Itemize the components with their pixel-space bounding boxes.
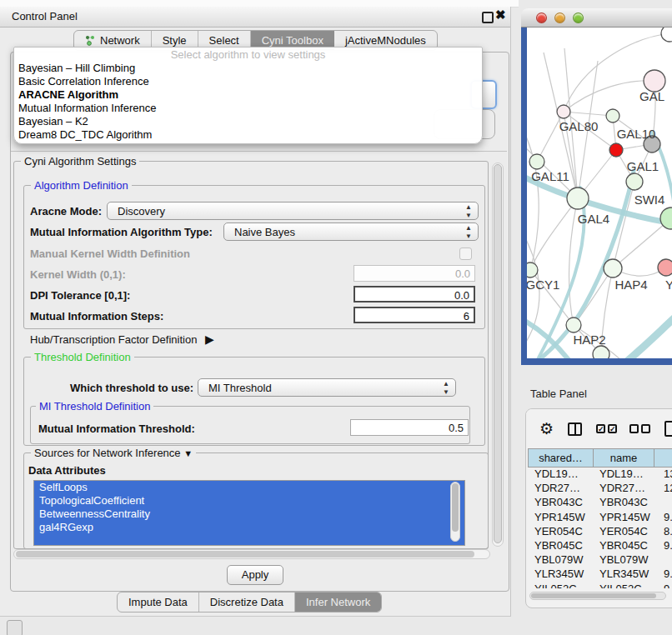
attribute-item[interactable]: BetweennessCentrality	[34, 508, 464, 521]
kernel-width-field[interactable]: 0.0	[354, 265, 475, 282]
tab-discretize-data[interactable]: Discretize Data	[199, 592, 295, 612]
node-label: GCY1	[527, 278, 559, 292]
algorithm-option[interactable]: Bayesian – Hill Climbing	[14, 62, 482, 75]
collapsed-panel-button[interactable]	[7, 620, 23, 635]
network-node-gal10[interactable]	[606, 109, 619, 122]
network-node-hap2[interactable]	[566, 318, 581, 332]
network-node[interactable]	[661, 28, 672, 42]
table-cell: YBR045C	[593, 539, 654, 553]
minimize-traffic-light[interactable]	[554, 12, 565, 23]
algorithm-option[interactable]: ARACNE Algorithm	[14, 88, 482, 102]
sources-title: Sources for Network Inference	[34, 447, 181, 459]
settings-vertical-scrollbar[interactable]	[492, 162, 504, 547]
column-header-name[interactable]: name	[593, 448, 654, 468]
table-horizontal-scrollbar[interactable]	[529, 592, 666, 600]
hub-definition-toggle[interactable]: Hub/Transcription Factor Definition ▶	[30, 332, 214, 346]
table-cell: 9.	[654, 511, 672, 525]
table-cell: 8.	[654, 525, 672, 539]
node-label: Y	[665, 278, 672, 292]
apply-button[interactable]: Apply	[227, 565, 283, 585]
node-label: HAP2	[573, 332, 605, 347]
table-header: shared…nameA	[528, 448, 672, 468]
attribute-item[interactable]	[34, 534, 464, 546]
network-node-gal1[interactable]	[626, 173, 643, 190]
aracne-mode-combo[interactable]: Discovery ▲▼	[107, 202, 479, 220]
table-row[interactable]: YBR043CYBR043C	[528, 496, 672, 510]
network-node-gal4[interactable]	[567, 188, 589, 209]
network-node-gal11[interactable]	[529, 154, 544, 169]
deselect-all-icon[interactable]	[641, 424, 650, 433]
file-icon[interactable]	[664, 421, 672, 437]
algorithm-option[interactable]: Dream8 DC_TDC Algorithm	[14, 128, 482, 142]
table-cell: YIL052C	[528, 582, 593, 589]
network-node[interactable]	[609, 143, 623, 157]
table-cell: YDR27…	[528, 482, 593, 496]
attribute-item[interactable]: gal4RGexp	[34, 521, 464, 534]
dropdown-list: Bayesian – Hill ClimbingBasic Correlatio…	[14, 62, 482, 142]
network-canvas[interactable]: GALGAL80GAL10GAL11GAL1GAL4SWI4GCY1HAP4YH…	[527, 28, 672, 358]
network-window-titlebar[interactable]	[521, 8, 672, 28]
control-panel-title: Control Panel	[12, 10, 78, 22]
which-threshold-value: MI Threshold	[208, 382, 272, 394]
mi-steps-field[interactable]: 6	[354, 307, 475, 323]
table-row[interactable]: YPR145WYPR145W9.	[528, 511, 672, 525]
network-node[interactable]	[593, 346, 609, 358]
dpi-tolerance-field[interactable]: 0.0	[354, 286, 475, 302]
node-label: GAL4	[578, 212, 609, 226]
table-row[interactable]: YLR345WYLR345W9.	[528, 568, 672, 582]
mi-threshold-label: Mutual Information Threshold:	[38, 422, 195, 435]
table-cell: 9.	[654, 539, 672, 553]
network-edge[interactable]	[527, 128, 539, 270]
attribute-item[interactable]: TopologicalCoefficient	[34, 494, 464, 508]
network-edge[interactable]	[569, 198, 578, 325]
table-row[interactable]: YDR27…YDR27…12	[528, 482, 672, 496]
deselect-all-icon[interactable]	[629, 424, 639, 433]
algorithm-option[interactable]: Bayesian – K2	[14, 115, 482, 128]
network-node-gal80[interactable]	[557, 105, 570, 118]
columns-icon[interactable]	[568, 422, 582, 436]
data-attributes-label: Data Attributes	[28, 464, 106, 477]
select-all-icon[interactable]: ✓	[608, 424, 617, 433]
network-node-hap4[interactable]	[604, 259, 622, 278]
float-window-icon[interactable]	[482, 12, 494, 23]
mi-threshold-field[interactable]: 0.5	[350, 419, 469, 436]
algorithm-option[interactable]: Mutual Information Inference	[14, 102, 482, 115]
table-row[interactable]: YIL052CYIL052C9	[528, 582, 672, 589]
node-label: GAL	[639, 89, 664, 103]
table-cell: YDR27…	[593, 482, 654, 496]
gear-icon[interactable]: ⚙	[539, 419, 554, 438]
algorithm-option[interactable]: Basic Correlation Inference	[14, 75, 482, 88]
table-row[interactable]: YER054CYER054C8.	[528, 525, 672, 539]
column-header-shared[interactable]: shared…	[528, 448, 593, 468]
close-traffic-light[interactable]	[536, 12, 547, 23]
manual-kernel-checkbox[interactable]	[459, 248, 472, 260]
table-cell: YER054C	[528, 525, 593, 539]
table-row[interactable]: YDL19…YDL19…13	[528, 468, 672, 482]
table-row[interactable]: YBL079WYBL079W	[528, 553, 672, 568]
sources-toggle[interactable]: Sources for Network Inference ▼	[31, 447, 196, 459]
table-cell: YBR043C	[528, 496, 593, 510]
network-view-window: GALGAL80GAL10GAL11GAL1GAL4SWI4GCY1HAP4YH…	[521, 8, 672, 365]
attributes-list-scrollbar[interactable]	[450, 482, 460, 542]
which-threshold-combo[interactable]: MI Threshold ▲▼	[198, 378, 456, 397]
tab-infer-network[interactable]: Infer Network	[295, 592, 381, 612]
close-icon[interactable]: ✖	[495, 8, 506, 22]
network-edge[interactable]	[564, 112, 613, 116]
tab-impute-data[interactable]: Impute Data	[118, 592, 199, 612]
mi-type-combo[interactable]: Naive Bayes ▲▼	[223, 222, 479, 241]
data-attributes-list[interactable]: SelfLoopsTopologicalCoefficientBetweenne…	[33, 480, 465, 546]
network-node-y[interactable]	[658, 259, 672, 276]
table-row[interactable]: YBR045CYBR045C9.	[528, 539, 672, 553]
network-node-gcy1[interactable]	[527, 262, 538, 278]
attribute-item[interactable]: SelfLoops	[34, 481, 464, 494]
aracne-mode-value: Discovery	[118, 205, 165, 218]
mi-type-label: Mutual Information Algorithm Type:	[30, 226, 213, 238]
zoom-traffic-light[interactable]	[573, 12, 584, 23]
column-header-A[interactable]: A	[654, 448, 672, 468]
group-title: Cyni Algorithm Settings	[21, 155, 139, 168]
network-edge[interactable]	[613, 182, 634, 268]
settings-horizontal-scrollbar[interactable]	[13, 549, 490, 559]
network-edge[interactable]	[624, 312, 672, 358]
select-all-icon[interactable]: ✓	[596, 424, 605, 433]
table-cell: YLR345W	[528, 568, 593, 582]
